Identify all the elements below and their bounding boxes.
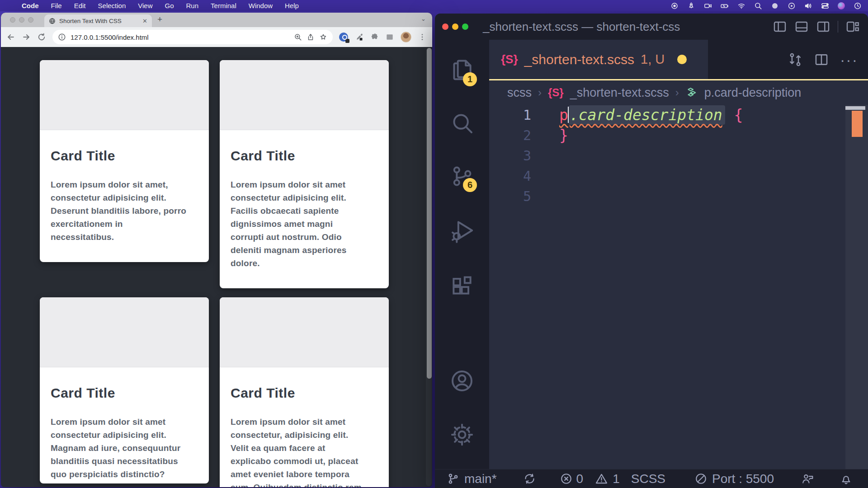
customize-layout-icon[interactable] [845, 19, 860, 34]
bookmark-star-icon[interactable] [319, 33, 327, 41]
account-icon[interactable] [449, 368, 475, 394]
new-tab-button[interactable]: + [157, 14, 162, 25]
breadcrumb-file[interactable]: _shorten-text.scss [570, 86, 669, 100]
code-line[interactable]: 5 [489, 186, 868, 206]
toggle-panel-icon[interactable] [794, 19, 809, 34]
url-text[interactable]: 127.0.0.1:5500/index.html [71, 33, 289, 41]
page-scrollbar-thumb[interactable] [427, 48, 432, 379]
zoom-window-button[interactable] [28, 17, 33, 23]
zoom-window-button[interactable] [462, 23, 468, 30]
menu-item-edit[interactable]: Edit [74, 2, 86, 9]
branch-name: main* [464, 472, 497, 486]
menu-item-go[interactable]: Go [165, 2, 174, 9]
more-actions-icon[interactable]: ··· [840, 55, 858, 64]
eyedropper-extension-icon[interactable] [354, 33, 363, 42]
record-dot-icon[interactable] [670, 2, 679, 10]
zoom-icon[interactable] [294, 33, 302, 41]
problems-item[interactable]: 0 1 [560, 472, 620, 486]
browser-tab[interactable]: Shorten Text With CSS ✕ [44, 14, 152, 27]
code-token [725, 106, 734, 124]
browser-menu-kebab-icon[interactable] [418, 33, 427, 42]
split-editor-icon[interactable] [814, 52, 829, 67]
code-editor[interactable]: 1p.card-description {2}345 [489, 105, 868, 469]
card: Card Title Lorem ipsum dolor sit amet co… [220, 297, 389, 487]
rocket-icon[interactable] [687, 2, 695, 10]
code-lines: 1p.card-description {2}345 [489, 105, 868, 206]
chevron-right-icon: › [675, 86, 679, 99]
volume-icon[interactable] [804, 2, 812, 10]
reload-icon[interactable] [37, 33, 46, 42]
menu-item-file[interactable]: File [51, 2, 62, 9]
card-title: Card Title [51, 385, 197, 401]
code-line[interactable]: 2} [489, 125, 868, 145]
wifi-icon[interactable] [737, 2, 745, 10]
scss-file-icon: {S} [548, 86, 564, 99]
editor-tab[interactable]: {S} _shorten-text.scss 1, U [489, 40, 708, 79]
open-changes-icon[interactable] [788, 52, 803, 67]
sync-item[interactable] [523, 472, 536, 485]
notifications-item[interactable] [840, 472, 853, 485]
symbol-class-icon [685, 86, 698, 99]
site-info-icon[interactable] [58, 33, 66, 41]
menu-item-window[interactable]: Window [249, 2, 273, 9]
live-server-item[interactable]: Port : 5500 [694, 472, 774, 486]
share-icon[interactable] [307, 33, 315, 41]
breadcrumb-symbol[interactable]: p.card-description [704, 86, 802, 100]
vscode-window: _shorten-text.scss — shorten-text-css 1 … [435, 14, 868, 488]
toggle-secondary-sidebar-icon[interactable] [816, 19, 830, 34]
git-branch-item[interactable]: main* [447, 472, 497, 486]
menu-item-terminal[interactable]: Terminal [211, 2, 236, 9]
menu-item-run[interactable]: Run [186, 2, 199, 9]
card: Card Title Lorem ipsum dolor sit amet, c… [40, 60, 209, 262]
line-number: 4 [489, 166, 531, 186]
bell-icon [840, 472, 853, 485]
editor-scrollbar[interactable] [845, 105, 868, 469]
errors-icon [560, 472, 573, 485]
unsaved-dot-icon[interactable] [677, 55, 687, 64]
vscode-title-bar: _shorten-text.scss — shorten-text-css [435, 14, 868, 40]
side-panel-icon[interactable] [385, 33, 394, 42]
url-bar[interactable]: 127.0.0.1:5500/index.html [52, 30, 333, 44]
settings-gear-icon[interactable] [449, 422, 475, 447]
search-icon[interactable] [449, 110, 475, 136]
play-circle-icon[interactable] [788, 2, 796, 10]
menu-item-help[interactable]: Help [285, 2, 299, 9]
extensions-puzzle-icon[interactable] [370, 33, 379, 42]
menu-item-code[interactable]: Code [22, 2, 39, 9]
card-description: Lorem ipsum dolor sit amet, consectetur … [51, 178, 187, 244]
line-number: 3 [489, 145, 531, 166]
code-line[interactable]: 4 [489, 166, 868, 186]
warnings-icon [595, 472, 608, 485]
minimize-window-button[interactable] [452, 23, 458, 30]
control-center-icon[interactable] [821, 2, 829, 10]
feedback-item[interactable] [801, 472, 814, 485]
overview-ruler-cursor-marker [845, 106, 865, 110]
siri-icon[interactable] [838, 2, 845, 9]
menu-item-view[interactable]: View [138, 2, 152, 9]
minimize-window-button[interactable] [19, 17, 24, 23]
code-line[interactable]: 1p.card-description { [489, 105, 868, 125]
battery-icon[interactable] [721, 2, 729, 10]
clock-icon[interactable] [854, 2, 862, 10]
error-count: 0 [576, 472, 584, 486]
app-dot-icon[interactable] [771, 2, 779, 10]
code-line[interactable]: 3 [489, 145, 868, 166]
card-image-placeholder [220, 297, 389, 367]
language-mode-item[interactable]: SCSS [631, 472, 665, 486]
screen-record-icon[interactable] [704, 2, 712, 10]
forward-icon[interactable] [22, 33, 31, 42]
card-image-placeholder [40, 297, 209, 367]
extensions-icon[interactable] [449, 274, 475, 299]
run-debug-icon[interactable] [449, 218, 475, 243]
breadcrumb-folder[interactable]: scss [507, 86, 532, 100]
close-window-button[interactable] [10, 17, 15, 23]
menu-item-selection[interactable]: Selection [98, 2, 126, 9]
toggle-primary-sidebar-icon[interactable] [773, 19, 787, 34]
tab-search-chevron-icon[interactable]: ⌄ [421, 15, 426, 22]
spotlight-search-icon[interactable] [754, 2, 762, 10]
back-icon[interactable] [6, 33, 15, 42]
profile-avatar[interactable] [401, 32, 411, 42]
tab-close-icon[interactable]: ✕ [142, 18, 147, 24]
close-window-button[interactable] [442, 23, 448, 30]
password-manager-extension-icon[interactable] [339, 33, 348, 42]
